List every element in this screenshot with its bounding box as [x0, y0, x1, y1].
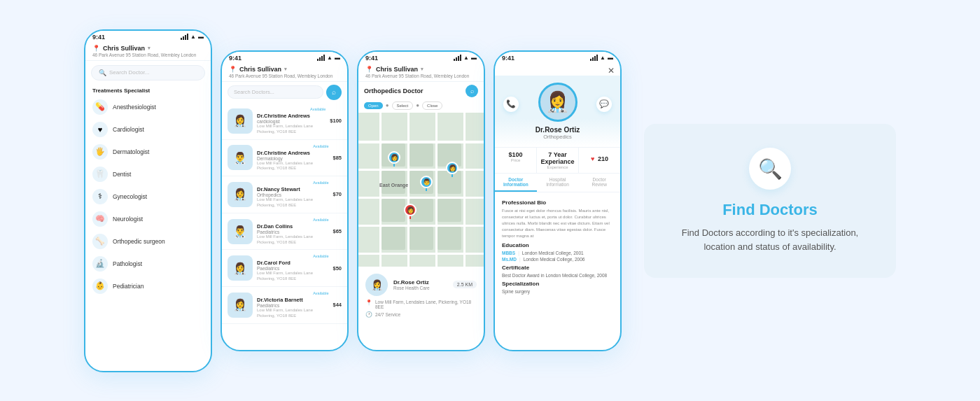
profile-header: 📞 💬 👩‍⚕️ Dr.Rose Ortiz Orthopedics	[495, 76, 620, 147]
tab-doctor-info[interactable]: DoctorInformation	[495, 174, 537, 192]
doctor-photo-4: 👩‍⚕️	[227, 255, 253, 281]
specialist-pathologist[interactable]: 🔬 Pathologist	[90, 253, 206, 275]
doctor-item-3[interactable]: 👨‍⚕️ Available Dr.Dan Collins Paediatric…	[222, 213, 347, 251]
doctor-photo-5: 👩‍⚕️	[227, 293, 253, 318]
section-title-1: Treatments Specialist	[85, 85, 211, 96]
doctor-spec-3: Paediatrics	[257, 230, 328, 234]
chevron-down-icon-2: ▾	[284, 66, 287, 72]
specialist-orthopedic[interactable]: 🦴 Orthopedic surgeon	[90, 230, 206, 253]
specialist-dentist[interactable]: 🦷 Dentist	[90, 163, 206, 185]
specialist-name-2: Dermatologist	[113, 148, 149, 155]
map-pin-3[interactable]: 👩	[446, 162, 458, 177]
location-pin-icon-2: 📍	[229, 66, 237, 73]
wifi-icon-4: ▲	[600, 55, 606, 61]
doctor-price-0: $100	[330, 118, 342, 124]
doctor-addr-0: Low Mill Farm, Lendales LanePickering, Y…	[257, 124, 326, 135]
search-bar-2[interactable]: Search Doctors...	[227, 85, 323, 99]
phone-1: 9:41 ▲ ▬ 📍 Chris Sullivan ▾ 46 Park Aven…	[84, 29, 212, 372]
doctor-photo-1: 👨‍⚕️	[227, 145, 253, 170]
specialist-neurologist[interactable]: 🧠 Neurologist	[90, 208, 206, 230]
available-badge-3: Available	[257, 218, 328, 222]
back-button[interactable]: ✕	[608, 66, 615, 76]
time-4: 9:41	[502, 55, 514, 62]
search-button-2[interactable]: ⌕	[326, 85, 342, 100]
stats-row: $100 Price 7 Year Experiance Experience …	[495, 147, 620, 174]
specialist-dermatologist[interactable]: 🖐 Dermatologist	[90, 141, 206, 163]
info-card: 🔍 Find Doctors Find Doctors according to…	[644, 124, 896, 278]
specialist-name-0: Anesthesiologist	[113, 104, 156, 111]
user-address-3: 46 Park Avenue 95 Station Road, Wembley …	[365, 73, 477, 79]
neurologist-icon: 🧠	[92, 211, 108, 227]
education-row-0: MBBS | London Medical College, 2001	[502, 251, 613, 255]
doctor-item-0[interactable]: 👩‍⚕️ Available Dr.Christine Andrews card…	[222, 103, 347, 140]
doctor-name-0: Dr.Christine Andrews	[257, 113, 326, 119]
specialist-cardiologist[interactable]: ♥ Cardiologist	[90, 118, 206, 141]
stat-exp-value: 7 Year Experiance	[540, 151, 575, 165]
doctor-item-5[interactable]: 👩‍⚕️ Available Dr.Victoria Barnett Paedi…	[222, 287, 347, 324]
filter-select-button[interactable]: Select	[392, 101, 414, 110]
doctor-info-0: Available Dr.Christine Andrews cardiolog…	[257, 107, 326, 135]
signal-icon	[181, 34, 188, 40]
status-icons-4: ▲ ▬	[590, 55, 613, 61]
specialist-name-6: Orthopedic surgeon	[113, 238, 165, 245]
filter-dot-2: ●	[416, 102, 419, 108]
doctor-info-1: Available Dr.Christine Andrews Dermatolo…	[257, 144, 328, 172]
call-button[interactable]: 📞	[503, 97, 519, 112]
dermatologist-icon: 🖐	[92, 144, 108, 160]
doctor-addr-3: Low Mill Farm, Lendales LanePickering, Y…	[257, 234, 328, 246]
info-card-title: Find Doctors	[722, 201, 818, 219]
specialist-gynecologist[interactable]: ⚕ Gynecologist	[90, 185, 206, 208]
service-clock-icon: 🕐	[365, 311, 372, 318]
status-icons-3: ▲ ▬	[454, 55, 477, 61]
time-2: 9:41	[229, 55, 241, 62]
stat-price: $100 Price	[495, 148, 537, 173]
specialist-pediatrician[interactable]: 👶 Pediatrician	[90, 275, 206, 297]
pediatrician-icon: 👶	[92, 279, 108, 294]
doctor-addr-1: Low Mill Farm, Lendales LanePickering, Y…	[257, 161, 328, 172]
map-block	[382, 227, 405, 250]
stat-hearts-value: 210	[598, 155, 608, 162]
search-row-2: Search Doctors... ⌕	[222, 82, 347, 103]
specialist-name-8: Pediatrician	[113, 283, 144, 290]
available-badge-4: Available	[257, 254, 328, 258]
doctor-item-4[interactable]: 👩‍⚕️ Available Dr.Carol Ford Paediatrics…	[222, 250, 347, 287]
spec-text: Spine surgery	[502, 289, 613, 294]
map-block	[438, 227, 461, 250]
specialist-name-3: Dentist	[113, 171, 131, 178]
user-location-row-2: 📍 Chris Sullivan ▾	[229, 66, 340, 73]
info-icon-container: 🔍	[749, 148, 791, 190]
doctor-item-1[interactable]: 👨‍⚕️ Available Dr.Christine Andrews Derm…	[222, 140, 347, 177]
doctor-item-2[interactable]: 👩‍⚕️ Available Dr.Nancy Stewart Orthoped…	[222, 176, 347, 213]
map-view[interactable]: 👩 👨 👩 👩 East Orange	[358, 113, 484, 267]
available-badge-2: Available	[257, 181, 328, 185]
battery-icon: ▬	[198, 34, 204, 40]
doctor-spec-1: Dermatology	[257, 156, 328, 161]
search-icon-3: ⌕	[470, 87, 474, 94]
phone-4: 9:41 ▲ ▬ ✕ 📞 💬 👩‍⚕️ Dr.Rose Ortiz Orthop…	[493, 50, 622, 351]
specialist-name-7: Pathologist	[113, 260, 142, 267]
filter-open-button[interactable]: Open	[364, 102, 383, 109]
map-pin-selected[interactable]: 👩	[404, 204, 416, 219]
find-doctors-icon: 🔍	[758, 157, 783, 181]
spec-section-title: Specialization	[502, 281, 613, 287]
service-row: 🕐 24/7 Service	[365, 311, 477, 318]
map-pin-1[interactable]: 👩	[388, 151, 400, 167]
edu-school-1: London Medical College, 2006	[524, 257, 585, 262]
bio-section-title: Professional Bio	[502, 199, 613, 206]
map-filter-row: Open ● Select ● Close	[358, 99, 484, 113]
location-pin-icon-3: 📍	[365, 66, 373, 73]
tab-doctor-review[interactable]: DoctorReview	[578, 174, 620, 192]
map-pin-2[interactable]: 👨	[420, 176, 433, 191]
doctor-spec-4: Paediatrics	[257, 266, 328, 271]
education-row-1: Ms.MD | London Medical College, 2006	[502, 257, 613, 262]
message-button[interactable]: 💬	[596, 97, 612, 112]
chevron-down-icon-3: ▾	[421, 66, 424, 72]
filter-close-button[interactable]: Close	[422, 101, 442, 110]
tab-hospital-info[interactable]: HospitalInformation	[537, 174, 579, 192]
card-doctor-name: Dr.Rose Ortiz	[393, 279, 447, 286]
map-search-button[interactable]: ⌕	[465, 85, 478, 97]
specialist-anesthesiologist[interactable]: 💊 Anesthesiologist	[90, 96, 206, 118]
status-icons-1: ▲ ▬	[181, 34, 204, 40]
edu-school-0: London Medical College, 2001	[522, 251, 584, 255]
search-bar-1[interactable]: 🔍 Search Doctor...	[91, 65, 205, 80]
